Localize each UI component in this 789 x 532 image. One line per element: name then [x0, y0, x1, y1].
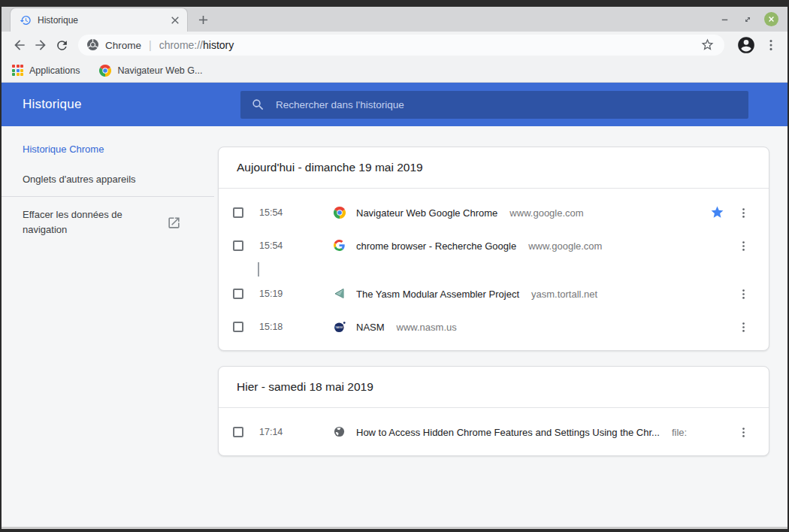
plus-icon — [198, 15, 208, 25]
tab-close-icon[interactable] — [169, 14, 181, 26]
browser-window: Historique — [2, 7, 787, 529]
sidebar-item-clear-browsing-data[interactable]: Effacer les données de navigation — [2, 197, 214, 248]
bookmark-item[interactable]: Applications — [12, 65, 80, 76]
card-date-heading: Hier - samedi 18 mai 2019 — [219, 367, 769, 408]
chrome-favicon-icon — [334, 207, 346, 219]
bookmark-label: Navigateur Web G... — [117, 65, 202, 76]
entry-domain: www.google.com — [509, 207, 583, 219]
tab-title: Historique — [38, 15, 169, 26]
entry-checkbox[interactable] — [233, 207, 243, 218]
chrome-page-icon — [87, 39, 99, 51]
bookmark-item[interactable]: Navigateur Web G... — [99, 65, 202, 77]
google-favicon-icon — [334, 240, 346, 252]
entry-time: 15:54 — [259, 207, 334, 218]
entry-title-link[interactable]: The Yasm Modular Assembler Project — [356, 289, 519, 300]
maximize-button[interactable] — [741, 13, 754, 26]
back-button[interactable] — [9, 35, 30, 56]
entry-title-link[interactable]: NASM — [356, 322, 385, 333]
new-tab-button[interactable] — [192, 9, 213, 30]
entry-domain: www.google.com — [528, 240, 602, 252]
omnibox-site-label: Chrome — [105, 40, 141, 51]
entry-title-link[interactable]: chrome browser - Recherche Google — [356, 240, 516, 252]
reload-button[interactable] — [51, 35, 72, 56]
history-card: Hier - samedi 18 mai 201917:14How to Acc… — [218, 366, 769, 456]
entry-title-link[interactable]: Navigateur Web Google Chrome — [356, 207, 497, 219]
window-close-button[interactable] — [764, 12, 778, 26]
history-page-header: Historique — [2, 83, 787, 126]
history-card: Aujourd'hui - dimanche 19 mai 201915:54N… — [218, 147, 769, 351]
tab-strip: Historique — [2, 7, 787, 32]
history-content: Historique ChromeOnglets d'autres appare… — [2, 126, 787, 527]
globe-favicon-icon — [334, 426, 346, 438]
history-entry-row[interactable]: 17:14How to Access Hidden Chrome Feature… — [219, 416, 769, 449]
nasm-favicon-icon: NASM — [334, 321, 346, 333]
entry-time: 15:19 — [259, 289, 334, 299]
history-entry-row[interactable]: 15:54chrome browser - Recherche Googleww… — [219, 229, 769, 262]
entry-domain: file: — [672, 427, 687, 438]
history-main: Aujourd'hui - dimanche 19 mai 201915:54N… — [214, 126, 787, 527]
browser-toolbar: Chrome | chrome:// history — [2, 32, 787, 59]
omnibox-url-scheme: chrome:// — [159, 39, 203, 51]
sidebar-item-other-devices[interactable]: Onglets d'autres appareils — [2, 164, 214, 194]
entry-menu-kebab-icon[interactable] — [736, 238, 751, 253]
bookmark-star-icon[interactable] — [700, 38, 715, 53]
entry-domain: www.nasm.us — [397, 322, 457, 333]
entry-domain: yasm.tortall.net — [531, 289, 597, 300]
history-search-box — [240, 91, 748, 119]
window-controls — [718, 7, 778, 32]
chrome-icon — [99, 65, 111, 77]
entry-checkbox[interactable] — [233, 322, 243, 332]
entry-menu-kebab-icon[interactable] — [736, 319, 751, 334]
address-bar[interactable]: Chrome | chrome:// history — [78, 35, 724, 56]
history-entry-row[interactable]: 15:18NASMNASMwww.nasm.us — [219, 310, 769, 343]
entry-title-link[interactable]: How to Access Hidden Chrome Features and… — [356, 427, 660, 438]
entry-checkbox[interactable] — [233, 240, 243, 251]
browser-menu-kebab-icon[interactable] — [762, 36, 780, 54]
bookmarks-bar: ApplicationsNavigateur Web G... — [2, 59, 787, 83]
entry-menu-kebab-icon[interactable] — [736, 425, 751, 440]
history-search-input[interactable] — [276, 99, 738, 110]
history-rows: 17:14How to Access Hidden Chrome Feature… — [219, 408, 769, 455]
search-icon — [251, 98, 265, 112]
omnibox-url-path: history — [203, 39, 234, 51]
entry-time: 15:54 — [259, 240, 334, 251]
entry-menu-kebab-icon[interactable] — [736, 286, 751, 301]
clear-data-label: Effacer les données de navigation — [23, 207, 149, 237]
forward-button[interactable] — [30, 35, 51, 56]
bookmark-label: Applications — [29, 65, 80, 76]
history-entry-row[interactable]: 15:54Navigateur Web Google Chromewww.goo… — [219, 196, 769, 229]
yasm-favicon-icon — [334, 288, 346, 300]
svg-text:NASM: NASM — [335, 326, 343, 329]
window-frame: Historique — [0, 0, 789, 532]
page-title: Historique — [23, 97, 82, 112]
entry-menu-kebab-icon[interactable] — [736, 205, 751, 220]
entry-checkbox[interactable] — [233, 289, 243, 299]
card-date-heading: Aujourd'hui - dimanche 19 mai 2019 — [219, 147, 769, 189]
profile-avatar[interactable] — [736, 35, 756, 55]
entry-time: 17:14 — [259, 427, 334, 437]
history-sidebar: Historique ChromeOnglets d'autres appare… — [2, 126, 214, 527]
entry-checkbox[interactable] — [233, 427, 243, 437]
apps-grid-icon — [12, 65, 23, 76]
minimize-button[interactable] — [718, 13, 731, 26]
tab-historique[interactable]: Historique — [10, 8, 188, 32]
history-entry-row[interactable]: 15:19The Yasm Modular Assembler Projecty… — [219, 277, 769, 310]
omnibox-separator: | — [149, 39, 152, 51]
starred-bookmark-icon — [710, 205, 725, 220]
history-clock-icon — [20, 14, 32, 26]
time-gap-indicator — [219, 262, 769, 277]
external-link-icon — [167, 216, 181, 230]
history-rows: 15:54Navigateur Web Google Chromewww.goo… — [219, 189, 769, 350]
entry-time: 15:18 — [259, 322, 334, 332]
sidebar-item-chrome-history[interactable]: Historique Chrome — [2, 134, 214, 164]
